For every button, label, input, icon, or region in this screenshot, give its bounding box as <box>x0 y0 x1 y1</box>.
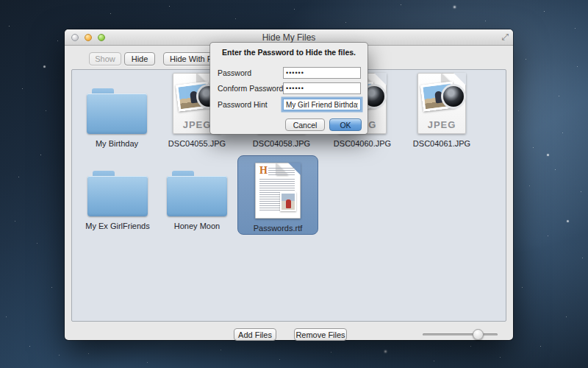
confirm-password-label: Conform Password <box>218 82 283 94</box>
close-icon[interactable] <box>71 34 79 41</box>
dialog-title: Enter the Password to Hide the files. <box>210 48 368 57</box>
file-label: Honey Moon <box>174 222 220 230</box>
bright-stars <box>0 0 1 1</box>
remove-files-button[interactable]: Remove Files <box>294 328 347 341</box>
traffic-lights <box>71 34 105 41</box>
folder-icon <box>167 171 227 216</box>
cancel-button[interactable]: Cancel <box>285 118 325 131</box>
add-files-button[interactable]: Add Files <box>234 328 276 341</box>
grid-item-honey-moon[interactable]: Honey Moon <box>159 158 235 232</box>
camera-lens-icon <box>443 86 464 107</box>
rtf-file-icon: H <box>255 163 301 219</box>
grid-item-passwords-rtf-selected[interactable]: H Passwords.rtf <box>237 155 318 235</box>
file-label: DSC04060.JPG <box>334 139 391 148</box>
folder-icon <box>87 171 148 216</box>
password-dialog: Enter the Password to Hide the files. Pa… <box>210 43 368 134</box>
folder-icon <box>87 88 147 134</box>
password-label: Password <box>218 67 251 79</box>
grid-item-dsc04061[interactable]: JPEG DSC04061.JPG <box>405 73 478 149</box>
password-input[interactable] <box>283 67 361 79</box>
password-hint-input[interactable] <box>283 99 361 110</box>
file-label: DSC04058.JPG <box>253 139 310 148</box>
slider-knob[interactable] <box>473 329 484 340</box>
zoom-icon[interactable] <box>98 34 105 41</box>
hide-button[interactable]: Hide <box>124 52 155 66</box>
ok-button[interactable]: OK <box>329 118 362 131</box>
grid-item-my-birthday[interactable]: My Birthday <box>80 73 154 149</box>
jpeg-file-icon: JPEG <box>417 73 466 134</box>
confirm-password-input[interactable] <box>283 82 361 94</box>
fullscreen-icon[interactable]: ⤢ <box>501 32 509 42</box>
show-button[interactable]: Show <box>89 52 121 66</box>
icon-size-slider[interactable] <box>423 333 498 336</box>
file-label: Passwords.rtf <box>254 224 303 233</box>
file-label: DSC04055.JPG <box>168 139 226 148</box>
file-label: My Ex GirlFriends <box>85 222 149 230</box>
file-label: DSC04061.JPG <box>413 139 470 148</box>
file-label: My Birthday <box>96 139 138 148</box>
grid-item-my-ex-girlfriends[interactable]: My Ex GirlFriends <box>79 158 156 232</box>
password-hint-label: Password Hint <box>218 99 268 110</box>
embedded-photo <box>280 192 296 211</box>
minimize-icon[interactable] <box>85 34 92 41</box>
